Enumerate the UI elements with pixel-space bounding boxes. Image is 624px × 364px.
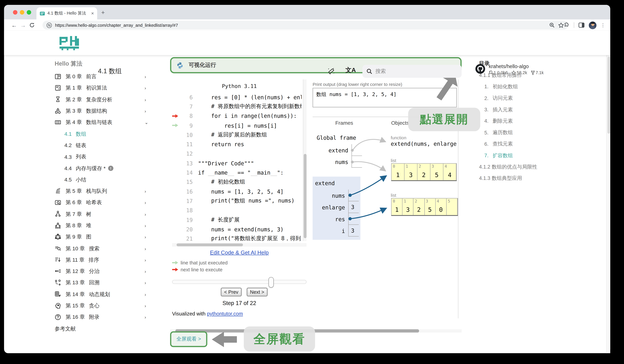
list-object[interactable]: 0 11 32 23 54 4 [391, 163, 457, 181]
list-cell: 4 0 [436, 199, 447, 215]
close-window-button[interactable] [13, 10, 17, 15]
next-button[interactable]: Next > [247, 287, 268, 296]
sidebar-item-4.2[interactable]: 4.2链表 [55, 140, 160, 151]
line-number: 13 [179, 160, 193, 166]
chevron-right-icon[interactable]: › [145, 281, 146, 285]
chevron-right-icon[interactable]: › [145, 258, 146, 262]
chevron-right-icon[interactable]: › [145, 74, 146, 79]
sidebar-item-4.5[interactable]: 4.5小结 [55, 174, 160, 185]
edit-code-link[interactable]: Edit Code & Get AI Help [172, 250, 306, 256]
back-icon[interactable]: ← [10, 22, 19, 28]
sidebar-chapter-第 14 章[interactable]: 第 14 章动态规划› [55, 289, 160, 300]
translate-icon[interactable]: 文A [345, 66, 356, 74]
site-info-icon[interactable] [47, 23, 52, 28]
sidebar-item-references[interactable]: 参考文献 [55, 323, 160, 335]
sidebar-item-4.4[interactable]: 4.4内存与缓存 *! [55, 162, 160, 174]
chevron-right-icon[interactable]: › [145, 292, 146, 297]
sidebar-chapter-第 15 章[interactable]: 第 15 章贪心› [55, 300, 160, 312]
nav-item-label: 数据结构 [86, 107, 107, 115]
pythontutor-link[interactable]: pythontutor.com [207, 311, 243, 317]
nav-item-number: 第 14 章 [66, 291, 85, 298]
sidebar-chapter-第 4 章[interactable]: 第 4 章数组与链表⌄ [55, 117, 160, 128]
execution-legend: line that just executed next line to exe… [172, 259, 228, 273]
sidebar-chapter-第 1 章[interactable]: 第 1 章初识算法› [55, 82, 160, 94]
chevron-right-icon[interactable]: › [145, 189, 146, 194]
shapes-icon [55, 107, 62, 114]
code-horizontal-scrollbar[interactable] [172, 243, 306, 247]
chevron-right-icon[interactable]: › [145, 108, 146, 113]
hello-algo-logo[interactable] [59, 36, 80, 51]
sidebar-chapter-第 5 章[interactable]: 第 5 章栈与队列› [55, 185, 160, 197]
chevron-right-icon[interactable]: › [145, 269, 146, 274]
chevron-right-icon[interactable]: › [145, 246, 146, 251]
toc-item[interactable]: 6.查找元素 [479, 138, 560, 150]
toc-item[interactable]: 5.遍历数组 [479, 127, 560, 138]
chevron-right-icon[interactable]: › [145, 303, 146, 308]
search-icon [366, 68, 372, 74]
sidebar-chapter-第 3 章[interactable]: 第 3 章数据结构› [55, 105, 160, 117]
sidebar-chapter-第 7 章[interactable]: 第 7 章树› [55, 208, 160, 220]
sidebar-item-4.1[interactable]: 4.1数组 [55, 128, 160, 140]
toc-item[interactable]: 4.删除元素 [479, 115, 560, 127]
code-line: 14if __name__ == "__main__": [172, 168, 302, 177]
sidebar-chapter-第 10 章[interactable]: 第 10 章搜索› [55, 243, 160, 254]
code-vscroll-thumb[interactable] [304, 154, 307, 238]
new-tab-button[interactable]: + [101, 9, 105, 16]
url-bar[interactable]: https://www.hello-algo.com/chapter_array… [43, 21, 568, 29]
code-vertical-scrollbar[interactable] [303, 79, 307, 241]
tab-close-icon[interactable]: × [91, 11, 94, 16]
toc-item[interactable]: 4.1.2 数组的优点与局限性 [479, 161, 560, 173]
search-box[interactable]: 搜索 [363, 65, 462, 78]
profile-avatar[interactable] [589, 21, 596, 29]
toc-item[interactable]: 3.插入元素 [479, 104, 560, 116]
frame-nums-var-dot [348, 194, 352, 197]
sidebar-chapter-第 9 章[interactable]: 第 9 章图› [55, 231, 160, 243]
toc-item[interactable]: 1.初始化数组 [479, 81, 560, 93]
chevron-right-icon[interactable]: › [145, 223, 146, 228]
nav-item-number: 第 8 章 [66, 222, 82, 229]
sidebar-chapter-第 2 章[interactable]: 第 2 章复杂度分析› [55, 94, 160, 105]
chevron-down-icon[interactable]: ⌄ [145, 120, 148, 125]
prev-button[interactable]: < Prev [221, 287, 242, 296]
browser-tab[interactable]: 4.1 数组 - Hello 算法 × [36, 7, 97, 20]
page-scroll-thumb[interactable] [607, 57, 610, 134]
list-object[interactable]: 0 11 32 23 54 05 [391, 198, 458, 216]
toc-item[interactable]: 2.访问元素 [479, 93, 560, 104]
maximize-window-button[interactable] [27, 10, 31, 15]
stack-icon [55, 188, 62, 195]
fullscreen-button[interactable]: 全屏观看 > [170, 331, 207, 347]
chevron-right-icon[interactable]: › [145, 212, 146, 217]
code-hscroll-thumb[interactable] [177, 243, 243, 246]
zoom-page-icon[interactable] [549, 22, 555, 28]
toolbar-divider [574, 22, 574, 28]
chevron-right-icon[interactable]: › [145, 234, 146, 239]
step-slider-thumb[interactable] [268, 277, 274, 288]
sidebar-item-4.3[interactable]: 4.3列表 [55, 151, 160, 162]
toc-item-label: 删除元素 [493, 118, 513, 125]
theme-brush-icon[interactable] [327, 67, 335, 75]
minimize-window-button[interactable] [20, 10, 24, 15]
url-text[interactable]: https://www.hello-algo.com/chapter_array… [55, 23, 546, 27]
extensions-icon[interactable] [563, 22, 570, 28]
browser-menu-icon[interactable]: ⋮ [600, 24, 605, 26]
sidebar-chapter-第 8 章[interactable]: 第 8 章堆› [55, 220, 160, 231]
github-widget[interactable]: krahets/hello-algo 1.0.0b6 58.2k [475, 64, 544, 75]
sidebar-chapter-第 12 章[interactable]: 第 12 章分治› [55, 266, 160, 277]
side-panel-icon[interactable] [578, 22, 585, 28]
function-object[interactable]: extend(nums, enlarge) [391, 141, 457, 147]
chevron-right-icon[interactable]: › [145, 200, 146, 205]
chevron-right-icon[interactable]: › [145, 97, 146, 102]
step-slider[interactable] [172, 280, 306, 284]
chevron-right-icon[interactable]: › [145, 315, 146, 320]
sidebar-chapter-第 16 章[interactable]: 第 16 章附录› [55, 312, 160, 323]
sidebar-chapter-第 6 章[interactable]: 第 6 章哈希表› [55, 197, 160, 208]
sidebar-chapter-第 11 章[interactable]: 第 11 章排序› [55, 254, 160, 266]
reload-icon[interactable] [27, 22, 36, 28]
page-scrollbar[interactable] [606, 55, 610, 353]
forward-icon[interactable]: → [19, 22, 28, 28]
list-cell: 3 5 [425, 199, 436, 215]
toc-item[interactable]: 4.1.3 数组典型应用 [479, 173, 560, 184]
sidebar-chapter-第 13 章[interactable]: 第 13 章回溯› [55, 277, 160, 289]
toc-item[interactable]: 7.扩容数组 [479, 150, 560, 161]
chevron-right-icon[interactable]: › [145, 86, 146, 90]
